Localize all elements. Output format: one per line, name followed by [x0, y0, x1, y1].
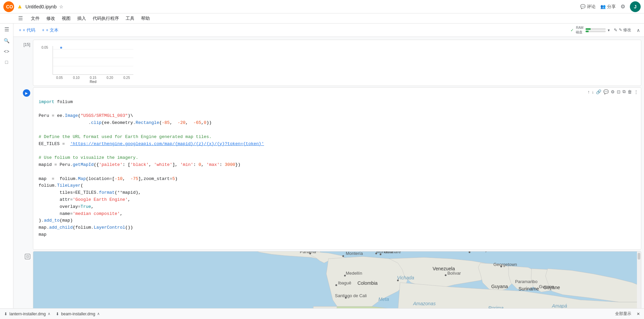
svg-text:Ciudad Guayana: Ciudad Guayana [462, 252, 495, 252]
svg-text:Bolívar: Bolívar [447, 271, 461, 276]
menu-sidebar-toggle[interactable]: ☰ [17, 14, 24, 23]
share-button[interactable]: 👥 分享 [600, 4, 616, 10]
settings-button[interactable]: ⚙ [620, 3, 625, 10]
comment-icon: 💬 [580, 4, 586, 9]
cell-split-icon[interactable]: ⊡ [617, 89, 620, 94]
add-code-icon: + [19, 28, 22, 33]
cell-number: [15] [16, 40, 33, 86]
svg-text:Guyana: Guyana [491, 284, 508, 289]
svg-text:Suriname: Suriname [519, 286, 539, 291]
show-all-button[interactable]: 全部显示 [615, 311, 631, 317]
output-cell-15: [15] 0.05 0.05 0.10 0.15 0.20 [16, 40, 641, 86]
notebook-filename[interactable]: Untitled0.ipynb [26, 4, 57, 9]
add-code-button[interactable]: + + 代码 [16, 26, 38, 35]
svg-text:0.10: 0.10 [73, 76, 80, 80]
menu-view[interactable]: 视图 [59, 14, 73, 23]
svg-text:Rorima: Rorima [488, 305, 504, 308]
map-output-wrapper: ⊡ .land { fill: #e8e8e0; stroke: #bbb; s… [16, 251, 641, 308]
sidebar-search-icon[interactable]: 🔍 [4, 38, 9, 43]
cell-comment-icon[interactable]: 💬 [603, 89, 609, 94]
sidebar-files-icon[interactable]: □ [5, 59, 8, 65]
drive-icon: ▲ [17, 3, 23, 10]
colab-logo: CO [3, 1, 14, 12]
resource-bar [586, 28, 606, 32]
svg-text:0.15: 0.15 [90, 76, 96, 80]
run-button[interactable]: ▶ [23, 89, 30, 97]
svg-text:Montería: Montería [346, 252, 363, 256]
collapse-button[interactable]: ∧ [635, 26, 641, 34]
code-content[interactable]: import folium Peru = ee.Image("USGS/SRTM… [39, 92, 636, 245]
file2-icon: ⬇ [56, 312, 59, 316]
svg-point-34 [445, 274, 446, 276]
menu-tools[interactable]: 工具 [123, 14, 137, 23]
svg-text:0.25: 0.25 [123, 76, 130, 80]
svg-text:Medellín: Medellín [346, 271, 362, 276]
add-text-icon: + [42, 28, 45, 33]
map-cell-marker: ⊡ [25, 254, 30, 259]
menu-help[interactable]: 帮助 [138, 14, 153, 23]
svg-text:Amapá: Amapá [552, 303, 567, 308]
star-icon[interactable]: ☆ [59, 4, 63, 9]
cell-delete-icon[interactable]: 🗑 [628, 89, 632, 94]
cell-more-icon[interactable]: ⋮ [634, 89, 638, 94]
menu-insert[interactable]: 插入 [75, 14, 89, 23]
svg-text:Amazonas: Amazonas [413, 301, 436, 306]
svg-point-24 [342, 255, 344, 257]
map-svg: .land { fill: #e8e8e0; stroke: #bbb; str… [33, 252, 641, 308]
checkmark-icon: ✓ [570, 28, 574, 33]
menu-file[interactable]: 文件 [28, 14, 42, 23]
svg-text:CO: CO [6, 4, 13, 9]
svg-text:Guyane: Guyane [539, 284, 554, 289]
svg-point-38 [335, 284, 337, 286]
file1-chevron-icon[interactable]: ∧ [48, 312, 50, 316]
sidebar-code-icon[interactable]: <> [4, 49, 9, 54]
svg-point-14 [60, 47, 62, 49]
file2-chevron-icon[interactable]: ∧ [97, 312, 100, 316]
resource-dropdown-icon[interactable]: ▾ [608, 28, 610, 33]
svg-text:Colombia: Colombia [357, 280, 378, 285]
cell-copy-icon[interactable]: ⧉ [622, 89, 626, 94]
bottombar-close-button[interactable]: ✕ [637, 312, 640, 316]
svg-text:0.05: 0.05 [56, 76, 63, 80]
svg-text:Panamá: Panamá [300, 252, 316, 254]
map-output[interactable]: .land { fill: #e8e8e0; stroke: #bbb; str… [33, 251, 641, 308]
map-scrollbar[interactable] [637, 252, 641, 308]
sidebar-menu-icon[interactable]: ☰ [4, 26, 9, 33]
svg-text:Vichada: Vichada [397, 275, 414, 280]
code-cell-content: ↑ ↓ 🔗 💬 ⚙ ⊡ ⧉ 🗑 ⋮ import folium Peru = e… [33, 87, 641, 250]
edit-button[interactable]: ✎ ✎ 修改 [611, 26, 634, 34]
file1-icon: ⬇ [4, 312, 7, 316]
cell-move-up-icon[interactable]: ↑ [588, 89, 590, 94]
download-file-2[interactable]: ⬇ beam-installer.dmg ∧ [56, 312, 100, 316]
svg-text:Red: Red [90, 80, 96, 83]
svg-text:Meta: Meta [378, 296, 389, 302]
cell-link-icon[interactable]: 🔗 [596, 89, 601, 94]
svg-text:0.05: 0.05 [42, 46, 48, 49]
comment-button[interactable]: 💬 评论 [580, 4, 596, 10]
code-cell: ▶ ↑ ↓ 🔗 💬 ⚙ ⊡ ⧉ 🗑 ⋮ [16, 87, 641, 250]
map-output-gutter: ⊡ [16, 251, 33, 308]
svg-text:0.20: 0.20 [106, 76, 113, 80]
svg-text:Paramaribo: Paramaribo [515, 279, 538, 284]
scatter-chart: 0.05 0.05 0.10 0.15 0.20 0.25 Red [36, 43, 137, 83]
chart-output: 0.05 0.05 0.10 0.15 0.20 0.25 Red [33, 40, 641, 86]
add-text-button[interactable]: + + 文本 [39, 26, 61, 35]
menu-runtime[interactable]: 代码执行程序 [90, 14, 122, 23]
ram-section: ✓ RAM 磁盘 ▾ [570, 26, 609, 34]
menu-edit[interactable]: 修改 [44, 14, 58, 23]
svg-text:Georgetown: Georgetown [493, 262, 517, 267]
avatar[interactable]: J [630, 1, 641, 12]
cell-gutter: ▶ [16, 87, 33, 250]
cell-move-down-icon[interactable]: ↓ [592, 89, 594, 94]
svg-text:Coquetá: Coquetá [370, 308, 388, 308]
cell-settings-icon[interactable]: ⚙ [611, 89, 615, 94]
share-icon: 👥 [600, 4, 606, 9]
svg-text:Ibaguê: Ibaguê [338, 280, 351, 285]
download-file-1[interactable]: ⬇ lantern-installer.dmg ∧ [4, 312, 50, 316]
svg-text:Santiago de Cali: Santiago de Cali [335, 293, 367, 298]
svg-text:Montería: Montería [376, 252, 394, 254]
cell-toolbar: ↑ ↓ 🔗 💬 ⚙ ⊡ ⧉ 🗑 ⋮ [588, 89, 638, 94]
